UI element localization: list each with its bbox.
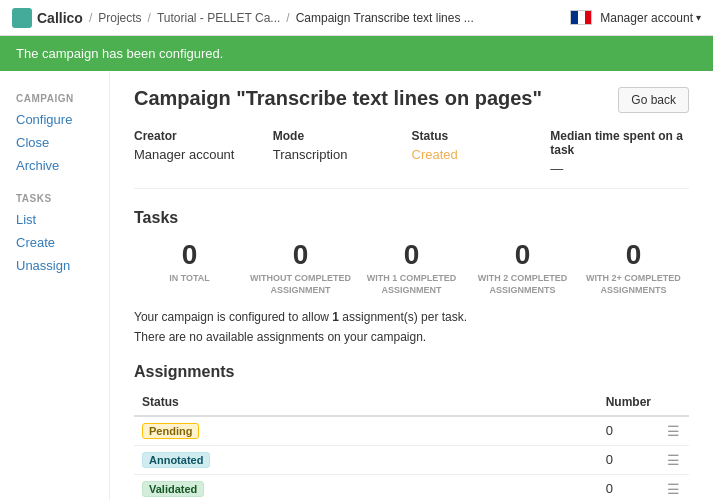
status-badge: Validated <box>142 481 204 497</box>
assignment-number-cell: 0 <box>598 474 659 500</box>
menu-icon[interactable]: ☰ <box>667 481 680 497</box>
tasks-note: Your campaign is configured to allow 1 a… <box>134 308 689 346</box>
info-creator: Creator Manager account <box>134 129 273 176</box>
stat-no-completed: 0 WITHOUT COMPLETED ASSIGNMENT <box>245 239 356 296</box>
chevron-down-icon: ▾ <box>696 12 701 23</box>
sidebar: CAMPAIGN Configure Close Archive TASKS L… <box>0 71 110 500</box>
sidebar-item-list[interactable]: List <box>0 208 109 231</box>
info-grid: Creator Manager account Mode Transcripti… <box>134 129 689 189</box>
breadcrumb-tutorial[interactable]: Tutorial - PELLET Ca... <box>157 11 280 25</box>
page-title-row: Campaign "Transcribe text lines on pages… <box>134 87 689 113</box>
logo-text: Callico <box>37 10 83 26</box>
go-back-button[interactable]: Go back <box>618 87 689 113</box>
tasks-stats: 0 IN TOTAL 0 WITHOUT COMPLETED ASSIGNMEN… <box>134 239 689 296</box>
mode-label: Mode <box>273 129 412 143</box>
stat-label-no-completed: WITHOUT COMPLETED ASSIGNMENT <box>245 273 356 296</box>
assignment-action-cell[interactable]: ☰ <box>659 474 689 500</box>
sidebar-item-create[interactable]: Create <box>0 231 109 254</box>
assignment-number-cell: 0 <box>598 445 659 474</box>
sidebar-item-archive[interactable]: Archive <box>0 154 109 177</box>
logo-icon <box>12 8 32 28</box>
tasks-note-line1-prefix: Your campaign is configured to allow <box>134 310 332 324</box>
assignment-status-cell: Pending <box>134 416 598 446</box>
alert-message: The campaign has been configured. <box>16 46 223 61</box>
stat-number-2plus-completed: 0 <box>578 239 689 271</box>
sidebar-item-unassign[interactable]: Unassign <box>0 254 109 277</box>
breadcrumb-current: Campaign Transcribe text lines ... <box>296 11 474 25</box>
table-row: Validated 0 ☰ <box>134 474 689 500</box>
stat-2-completed: 0 WITH 2 COMPLETED ASSIGNMENTS <box>467 239 578 296</box>
layout: CAMPAIGN Configure Close Archive TASKS L… <box>0 71 713 500</box>
stat-number-total: 0 <box>134 239 245 271</box>
assignment-number-cell: 0 <box>598 416 659 446</box>
col-action-header <box>659 389 689 416</box>
creator-value: Manager account <box>134 147 273 162</box>
stat-label-total: IN TOTAL <box>134 273 245 285</box>
breadcrumb-sep-1: / <box>89 11 92 25</box>
assignment-action-cell[interactable]: ☰ <box>659 416 689 446</box>
info-median: Median time spent on a task — <box>550 129 689 176</box>
stat-1-completed: 0 WITH 1 COMPLETED ASSIGNMENT <box>356 239 467 296</box>
median-label: Median time spent on a task <box>550 129 689 157</box>
tasks-note-line1-suffix: assignment(s) per task. <box>339 310 467 324</box>
assignment-action-cell[interactable]: ☰ <box>659 445 689 474</box>
manager-account-menu[interactable]: Manager account ▾ <box>600 11 701 25</box>
stat-2plus-completed: 0 WITH 2+ COMPLETED ASSIGNMENTS <box>578 239 689 296</box>
stat-label-2plus-completed: WITH 2+ COMPLETED ASSIGNMENTS <box>578 273 689 296</box>
breadcrumb-sep-3: / <box>286 11 289 25</box>
assignment-status-cell: Validated <box>134 474 598 500</box>
stat-number-1-completed: 0 <box>356 239 467 271</box>
sidebar-item-configure[interactable]: Configure <box>0 108 109 131</box>
status-value: Created <box>412 147 551 162</box>
breadcrumb-projects[interactable]: Projects <box>98 11 141 25</box>
header: Callico / Projects / Tutorial - PELLET C… <box>0 0 713 36</box>
page-title: Campaign "Transcribe text lines on pages… <box>134 87 542 110</box>
tasks-section-title: Tasks <box>134 209 689 227</box>
assignments-table: Status Number Pending 0 ☰ Annotated 0 ☰ … <box>134 389 689 500</box>
status-label: Status <box>412 129 551 143</box>
col-status-header: Status <box>134 389 598 416</box>
stat-in-total: 0 IN TOTAL <box>134 239 245 296</box>
sidebar-section-campaign: CAMPAIGN <box>0 87 109 108</box>
sidebar-section-tasks: TASKS <box>0 187 109 208</box>
menu-icon[interactable]: ☰ <box>667 452 680 468</box>
median-value: — <box>550 161 689 176</box>
status-badge: Pending <box>142 423 199 439</box>
menu-icon[interactable]: ☰ <box>667 423 680 439</box>
header-right: Manager account ▾ <box>570 10 701 25</box>
assignment-status-cell: Annotated <box>134 445 598 474</box>
flag-icon <box>570 10 592 25</box>
status-badge: Annotated <box>142 452 210 468</box>
stat-number-no-completed: 0 <box>245 239 356 271</box>
assignments-table-header: Status Number <box>134 389 689 416</box>
sidebar-item-close[interactable]: Close <box>0 131 109 154</box>
stat-label-2-completed: WITH 2 COMPLETED ASSIGNMENTS <box>467 273 578 296</box>
table-row: Pending 0 ☰ <box>134 416 689 446</box>
main-content: Campaign "Transcribe text lines on pages… <box>110 71 713 500</box>
info-mode: Mode Transcription <box>273 129 412 176</box>
breadcrumb-sep-2: / <box>148 11 151 25</box>
stat-number-2-completed: 0 <box>467 239 578 271</box>
manager-account-label: Manager account <box>600 11 693 25</box>
mode-value: Transcription <box>273 147 412 162</box>
col-number-header: Number <box>598 389 659 416</box>
stat-label-1-completed: WITH 1 COMPLETED ASSIGNMENT <box>356 273 467 296</box>
info-status: Status Created <box>412 129 551 176</box>
alert-banner: The campaign has been configured. <box>0 36 713 71</box>
assignments-section-title: Assignments <box>134 363 689 381</box>
table-row: Annotated 0 ☰ <box>134 445 689 474</box>
logo[interactable]: Callico <box>12 8 83 28</box>
creator-label: Creator <box>134 129 273 143</box>
tasks-note-line2: There are no available assignments on yo… <box>134 330 426 344</box>
